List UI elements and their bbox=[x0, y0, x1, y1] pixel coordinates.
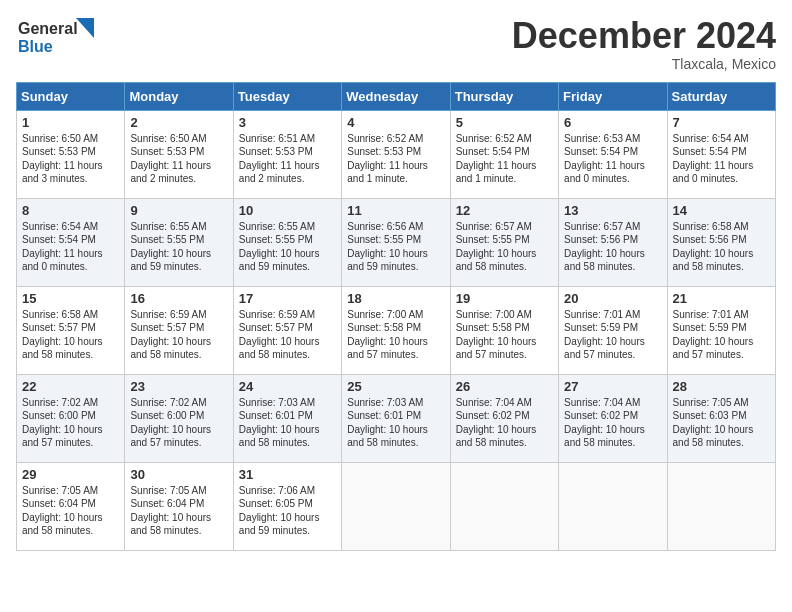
calendar-day-cell: 9Sunrise: 6:55 AM Sunset: 5:55 PM Daylig… bbox=[125, 198, 233, 286]
location: Tlaxcala, Mexico bbox=[512, 56, 776, 72]
day-info: Sunrise: 6:54 AM Sunset: 5:54 PM Dayligh… bbox=[673, 132, 770, 186]
day-number: 10 bbox=[239, 203, 336, 218]
day-info: Sunrise: 6:55 AM Sunset: 5:55 PM Dayligh… bbox=[130, 220, 227, 274]
calendar-day-cell: 15Sunrise: 6:58 AM Sunset: 5:57 PM Dayli… bbox=[17, 286, 125, 374]
calendar-day-cell: 26Sunrise: 7:04 AM Sunset: 6:02 PM Dayli… bbox=[450, 374, 558, 462]
calendar-day-cell: 20Sunrise: 7:01 AM Sunset: 5:59 PM Dayli… bbox=[559, 286, 667, 374]
day-number: 27 bbox=[564, 379, 661, 394]
calendar-day-cell: 6Sunrise: 6:53 AM Sunset: 5:54 PM Daylig… bbox=[559, 110, 667, 198]
day-number: 6 bbox=[564, 115, 661, 130]
day-number: 2 bbox=[130, 115, 227, 130]
calendar-day-cell bbox=[559, 462, 667, 550]
day-number: 31 bbox=[239, 467, 336, 482]
calendar-day-cell: 4Sunrise: 6:52 AM Sunset: 5:53 PM Daylig… bbox=[342, 110, 450, 198]
calendar-day-cell: 21Sunrise: 7:01 AM Sunset: 5:59 PM Dayli… bbox=[667, 286, 775, 374]
day-info: Sunrise: 6:50 AM Sunset: 5:53 PM Dayligh… bbox=[22, 132, 119, 186]
weekday-header: Tuesday bbox=[233, 82, 341, 110]
calendar-day-cell bbox=[342, 462, 450, 550]
day-number: 21 bbox=[673, 291, 770, 306]
day-info: Sunrise: 7:06 AM Sunset: 6:05 PM Dayligh… bbox=[239, 484, 336, 538]
calendar-week-row: 8Sunrise: 6:54 AM Sunset: 5:54 PM Daylig… bbox=[17, 198, 776, 286]
calendar-day-cell: 13Sunrise: 6:57 AM Sunset: 5:56 PM Dayli… bbox=[559, 198, 667, 286]
day-number: 11 bbox=[347, 203, 444, 218]
calendar-day-cell: 3Sunrise: 6:51 AM Sunset: 5:53 PM Daylig… bbox=[233, 110, 341, 198]
page-header: GeneralBlue December 2024 Tlaxcala, Mexi… bbox=[16, 16, 776, 72]
calendar-day-cell: 10Sunrise: 6:55 AM Sunset: 5:55 PM Dayli… bbox=[233, 198, 341, 286]
calendar-day-cell: 12Sunrise: 6:57 AM Sunset: 5:55 PM Dayli… bbox=[450, 198, 558, 286]
day-info: Sunrise: 6:55 AM Sunset: 5:55 PM Dayligh… bbox=[239, 220, 336, 274]
day-info: Sunrise: 7:01 AM Sunset: 5:59 PM Dayligh… bbox=[564, 308, 661, 362]
day-info: Sunrise: 6:57 AM Sunset: 5:55 PM Dayligh… bbox=[456, 220, 553, 274]
calendar-day-cell: 18Sunrise: 7:00 AM Sunset: 5:58 PM Dayli… bbox=[342, 286, 450, 374]
day-info: Sunrise: 7:02 AM Sunset: 6:00 PM Dayligh… bbox=[22, 396, 119, 450]
calendar-day-cell: 8Sunrise: 6:54 AM Sunset: 5:54 PM Daylig… bbox=[17, 198, 125, 286]
day-number: 26 bbox=[456, 379, 553, 394]
calendar-day-cell: 5Sunrise: 6:52 AM Sunset: 5:54 PM Daylig… bbox=[450, 110, 558, 198]
day-number: 19 bbox=[456, 291, 553, 306]
calendar-day-cell: 14Sunrise: 6:58 AM Sunset: 5:56 PM Dayli… bbox=[667, 198, 775, 286]
calendar-day-cell: 19Sunrise: 7:00 AM Sunset: 5:58 PM Dayli… bbox=[450, 286, 558, 374]
day-info: Sunrise: 7:05 AM Sunset: 6:04 PM Dayligh… bbox=[130, 484, 227, 538]
day-info: Sunrise: 7:05 AM Sunset: 6:03 PM Dayligh… bbox=[673, 396, 770, 450]
weekday-header: Sunday bbox=[17, 82, 125, 110]
weekday-header: Wednesday bbox=[342, 82, 450, 110]
day-number: 23 bbox=[130, 379, 227, 394]
calendar-day-cell: 23Sunrise: 7:02 AM Sunset: 6:00 PM Dayli… bbox=[125, 374, 233, 462]
day-info: Sunrise: 6:52 AM Sunset: 5:54 PM Dayligh… bbox=[456, 132, 553, 186]
svg-text:General: General bbox=[18, 20, 78, 37]
day-info: Sunrise: 6:51 AM Sunset: 5:53 PM Dayligh… bbox=[239, 132, 336, 186]
day-number: 29 bbox=[22, 467, 119, 482]
day-number: 25 bbox=[347, 379, 444, 394]
day-number: 3 bbox=[239, 115, 336, 130]
calendar-week-row: 29Sunrise: 7:05 AM Sunset: 6:04 PM Dayli… bbox=[17, 462, 776, 550]
day-number: 15 bbox=[22, 291, 119, 306]
calendar-day-cell: 25Sunrise: 7:03 AM Sunset: 6:01 PM Dayli… bbox=[342, 374, 450, 462]
day-number: 17 bbox=[239, 291, 336, 306]
day-number: 30 bbox=[130, 467, 227, 482]
day-info: Sunrise: 7:04 AM Sunset: 6:02 PM Dayligh… bbox=[456, 396, 553, 450]
day-info: Sunrise: 6:52 AM Sunset: 5:53 PM Dayligh… bbox=[347, 132, 444, 186]
calendar-day-cell: 22Sunrise: 7:02 AM Sunset: 6:00 PM Dayli… bbox=[17, 374, 125, 462]
day-info: Sunrise: 7:00 AM Sunset: 5:58 PM Dayligh… bbox=[456, 308, 553, 362]
calendar-table: SundayMondayTuesdayWednesdayThursdayFrid… bbox=[16, 82, 776, 551]
day-number: 7 bbox=[673, 115, 770, 130]
day-info: Sunrise: 6:57 AM Sunset: 5:56 PM Dayligh… bbox=[564, 220, 661, 274]
day-number: 20 bbox=[564, 291, 661, 306]
day-number: 16 bbox=[130, 291, 227, 306]
calendar-day-cell: 31Sunrise: 7:06 AM Sunset: 6:05 PM Dayli… bbox=[233, 462, 341, 550]
title-block: December 2024 Tlaxcala, Mexico bbox=[512, 16, 776, 72]
day-info: Sunrise: 7:01 AM Sunset: 5:59 PM Dayligh… bbox=[673, 308, 770, 362]
day-number: 5 bbox=[456, 115, 553, 130]
calendar-day-cell: 27Sunrise: 7:04 AM Sunset: 6:02 PM Dayli… bbox=[559, 374, 667, 462]
day-info: Sunrise: 6:54 AM Sunset: 5:54 PM Dayligh… bbox=[22, 220, 119, 274]
calendar-day-cell: 16Sunrise: 6:59 AM Sunset: 5:57 PM Dayli… bbox=[125, 286, 233, 374]
day-info: Sunrise: 7:03 AM Sunset: 6:01 PM Dayligh… bbox=[239, 396, 336, 450]
day-number: 13 bbox=[564, 203, 661, 218]
day-number: 18 bbox=[347, 291, 444, 306]
day-number: 22 bbox=[22, 379, 119, 394]
logo-icon: GeneralBlue bbox=[16, 16, 96, 61]
calendar-day-cell: 1Sunrise: 6:50 AM Sunset: 5:53 PM Daylig… bbox=[17, 110, 125, 198]
weekday-header: Thursday bbox=[450, 82, 558, 110]
day-info: Sunrise: 6:50 AM Sunset: 5:53 PM Dayligh… bbox=[130, 132, 227, 186]
svg-marker-2 bbox=[76, 18, 94, 38]
svg-text:Blue: Blue bbox=[18, 38, 53, 55]
weekday-header: Monday bbox=[125, 82, 233, 110]
day-number: 12 bbox=[456, 203, 553, 218]
day-info: Sunrise: 6:59 AM Sunset: 5:57 PM Dayligh… bbox=[239, 308, 336, 362]
day-number: 24 bbox=[239, 379, 336, 394]
day-info: Sunrise: 7:03 AM Sunset: 6:01 PM Dayligh… bbox=[347, 396, 444, 450]
day-info: Sunrise: 6:58 AM Sunset: 5:57 PM Dayligh… bbox=[22, 308, 119, 362]
calendar-day-cell: 7Sunrise: 6:54 AM Sunset: 5:54 PM Daylig… bbox=[667, 110, 775, 198]
day-number: 28 bbox=[673, 379, 770, 394]
weekday-header: Saturday bbox=[667, 82, 775, 110]
calendar-day-cell: 24Sunrise: 7:03 AM Sunset: 6:01 PM Dayli… bbox=[233, 374, 341, 462]
day-number: 9 bbox=[130, 203, 227, 218]
calendar-day-cell: 30Sunrise: 7:05 AM Sunset: 6:04 PM Dayli… bbox=[125, 462, 233, 550]
day-info: Sunrise: 7:05 AM Sunset: 6:04 PM Dayligh… bbox=[22, 484, 119, 538]
calendar-day-cell: 17Sunrise: 6:59 AM Sunset: 5:57 PM Dayli… bbox=[233, 286, 341, 374]
logo: GeneralBlue bbox=[16, 16, 96, 61]
calendar-day-cell: 28Sunrise: 7:05 AM Sunset: 6:03 PM Dayli… bbox=[667, 374, 775, 462]
day-number: 8 bbox=[22, 203, 119, 218]
calendar-day-cell bbox=[450, 462, 558, 550]
